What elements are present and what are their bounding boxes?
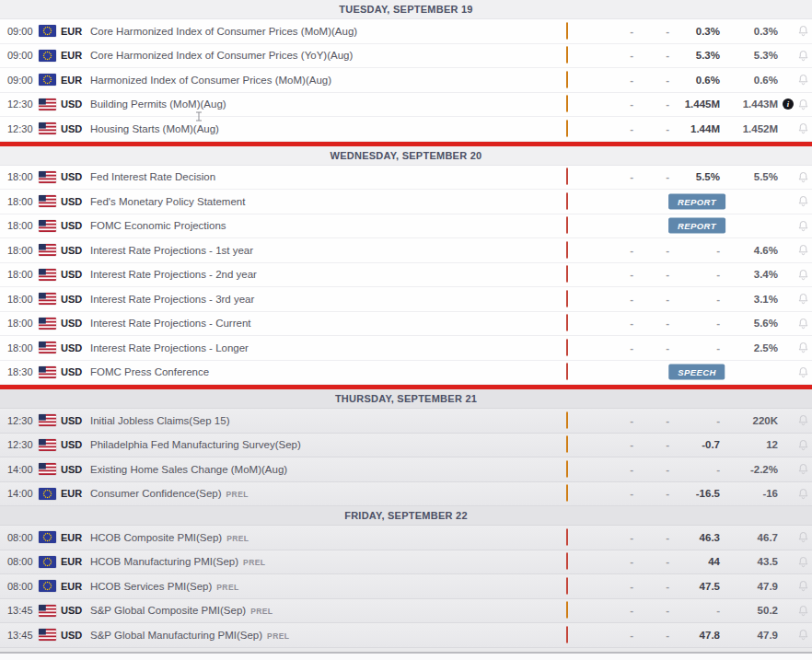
event-row[interactable]: 18:00 USD Interest Rate Projections - Lo…	[0, 336, 812, 361]
event-row[interactable]: 12:30 USD Philadelphia Fed Manufacturing…	[0, 434, 812, 458]
bell-icon[interactable]	[796, 219, 810, 233]
event-time: 18:00	[7, 171, 39, 182]
event-row[interactable]: 18:00 USD Interest Rate Projections - 2n…	[0, 263, 812, 288]
day-section: FRIDAY, SEPTEMBER 22 08:00 EUR HCOB Comp…	[0, 506, 812, 648]
bell-icon[interactable]	[796, 292, 810, 306]
event-name: FOMC Economic Projections	[90, 220, 546, 231]
event-row[interactable]: 13:45 USD S&P Global Manufacturing PMI(S…	[0, 623, 812, 648]
bell-icon[interactable]	[796, 170, 810, 184]
info-icon[interactable]: i	[783, 98, 794, 110]
bell-icon[interactable]	[796, 438, 810, 452]
event-row[interactable]: 08:00 EUR HCOB Services PMI(Sep) PREL - …	[0, 574, 812, 599]
event-row[interactable]: 12:30 USD Housing Starts (MoM)(Aug) - - …	[0, 117, 812, 142]
event-name: Initial Jobless Claims(Sep 15)	[90, 415, 546, 426]
value-col-2: -	[633, 269, 669, 280]
alert-slot	[794, 365, 812, 379]
bell-icon[interactable]	[796, 317, 810, 330]
event-time: 18:00	[7, 196, 39, 207]
bell-icon[interactable]	[796, 194, 810, 208]
previous-value: 47.9	[720, 630, 778, 641]
impact-bar	[566, 460, 568, 478]
impact-indicator	[546, 485, 603, 502]
event-row[interactable]: 18:00 USD Interest Rate Projections - 3r…	[0, 287, 812, 312]
event-row[interactable]: 09:00 EUR Core Harmonized Index of Consu…	[0, 44, 812, 69]
bell-icon[interactable]	[796, 243, 810, 257]
impact-indicator	[546, 578, 603, 595]
day-header: WEDNESDAY, SEPTEMBER 20	[0, 146, 812, 166]
event-row[interactable]: 18:00 USD FOMC Economic Projections i RE…	[0, 214, 812, 239]
bell-icon[interactable]	[796, 341, 810, 354]
bell-icon[interactable]	[796, 462, 810, 476]
consensus-value: -	[669, 318, 720, 329]
value-col-1: -	[603, 439, 633, 450]
impact-indicator	[546, 47, 603, 64]
value-col-1: -	[603, 488, 633, 499]
alert-slot	[794, 219, 812, 233]
day-section: TUESDAY, SEPTEMBER 19 09:00 EUR Core Har…	[0, 0, 812, 142]
value-col-2: -	[633, 171, 669, 182]
impact-bar	[566, 435, 568, 453]
impact-indicator	[546, 602, 603, 619]
bell-icon[interactable]	[796, 413, 810, 427]
impact-bar	[566, 120, 568, 137]
bell-icon[interactable]	[796, 49, 810, 63]
bell-icon[interactable]	[796, 579, 810, 593]
event-row[interactable]: 18:00 USD Fed's Monetary Policy Statemen…	[0, 190, 812, 214]
currency-code: EUR	[61, 75, 90, 86]
impact-indicator	[546, 217, 603, 234]
event-prel-tag: PREL	[267, 631, 289, 641]
event-row[interactable]: 09:00 EUR Harmonized Index of Consumer P…	[0, 68, 812, 93]
us-flag-icon	[39, 244, 61, 256]
event-row[interactable]: 18:00 USD Fed Interest Rate Decision - -…	[0, 166, 812, 191]
event-name: Harmonized Index of Consumer Prices (MoM…	[90, 75, 546, 86]
eu-flag-icon	[39, 531, 61, 543]
bell-icon[interactable]	[796, 555, 810, 569]
event-name-text: Fed's Monetary Policy Statement	[90, 196, 245, 207]
alert-slot	[794, 579, 812, 593]
bell-icon[interactable]	[796, 268, 810, 282]
impact-bar	[566, 95, 568, 112]
impact-bar	[566, 46, 568, 64]
impact-bar	[566, 601, 568, 619]
bell-icon[interactable]	[796, 24, 810, 38]
info-slot: i	[778, 98, 794, 110]
bell-icon[interactable]	[796, 365, 810, 379]
event-time: 14:00	[7, 488, 39, 499]
value-col-2: -	[633, 439, 669, 450]
event-row[interactable]: 09:00 EUR Core Harmonized Index of Consu…	[0, 19, 812, 44]
impact-bar	[566, 265, 568, 283]
event-row[interactable]: 14:00 EUR Consumer Confidence(Sep) PREL …	[0, 482, 812, 507]
impact-bar	[566, 552, 568, 570]
bell-icon[interactable]	[796, 122, 810, 135]
bell-icon[interactable]	[796, 530, 810, 544]
bell-icon[interactable]	[796, 487, 810, 501]
consensus-value: -	[669, 605, 720, 616]
event-row[interactable]: 18:00 USD Interest Rate Projections - 1s…	[0, 238, 812, 263]
event-row[interactable]: 12:30 USD Initial Jobless Claims(Sep 15)…	[0, 409, 812, 434]
event-badge[interactable]: REPORT	[668, 218, 725, 234]
event-badge[interactable]: REPORT	[668, 193, 725, 209]
event-time: 18:00	[7, 220, 39, 231]
event-row[interactable]: 18:00 USD Interest Rate Projections - Cu…	[0, 312, 812, 337]
event-time: 09:00	[7, 75, 39, 86]
event-row[interactable]: 13:45 USD S&P Global Composite PMI(Sep) …	[0, 599, 812, 624]
event-row[interactable]: 12:30 USD Building Permits (MoM)(Aug) - …	[0, 93, 812, 118]
event-row[interactable]: 08:00 EUR HCOB Manufacturing PMI(Sep) PR…	[0, 550, 812, 575]
bell-icon[interactable]	[796, 73, 810, 87]
alert-slot	[794, 98, 812, 111]
consensus-value: -	[669, 415, 720, 426]
event-row[interactable]: 08:00 EUR HCOB Composite PMI(Sep) PREL -…	[0, 526, 812, 550]
event-badge[interactable]: SPEECH	[668, 365, 725, 380]
bell-icon[interactable]	[796, 628, 810, 642]
value-col-2: -	[633, 464, 669, 475]
text-cursor-artifact	[195, 109, 203, 125]
bell-icon[interactable]	[796, 604, 810, 618]
event-row[interactable]: 14:00 USD Existing Home Sales Change (Mo…	[0, 457, 812, 482]
currency-code: EUR	[61, 556, 90, 567]
bell-icon[interactable]	[796, 98, 810, 111]
event-name: HCOB Services PMI(Sep) PREL	[90, 581, 546, 592]
value-col-1: -	[603, 50, 633, 61]
event-row[interactable]: 18:30 USD FOMC Press Conference i SPEECH	[0, 361, 812, 386]
event-time: 08:00	[7, 581, 39, 592]
value-col-1: -	[603, 269, 633, 280]
